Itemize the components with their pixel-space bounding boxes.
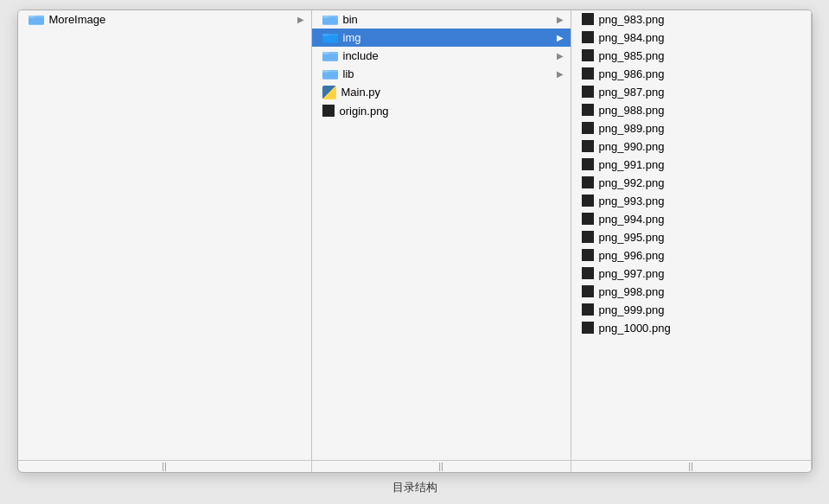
item-label: png_984.png <box>599 31 804 44</box>
file-icon <box>582 249 594 261</box>
list-item[interactable]: img▶ <box>312 29 571 47</box>
item-label: png_1000.png <box>599 322 804 335</box>
item-label: lib <box>343 67 553 80</box>
list-item[interactable]: bin▶ <box>312 10 571 29</box>
folder-icon <box>29 13 44 25</box>
caption: 目录结构 <box>392 480 437 495</box>
file-icon <box>582 322 594 334</box>
list-item[interactable]: png_1000.png <box>571 319 811 337</box>
item-label: png_997.png <box>599 267 804 280</box>
list-item[interactable]: png_993.png <box>571 192 811 210</box>
item-label: png_991.png <box>599 158 804 171</box>
file-icon <box>322 105 335 117</box>
list-item[interactable]: MoreImage▶ <box>18 10 311 29</box>
file-icon <box>582 122 594 134</box>
chevron-right-icon: ▶ <box>557 33 564 42</box>
item-label: png_996.png <box>599 249 804 262</box>
item-label: png_989.png <box>599 122 804 135</box>
list-item[interactable]: png_989.png <box>571 119 811 137</box>
item-label: Main.py <box>341 86 564 99</box>
list-item[interactable]: png_987.png <box>571 83 811 101</box>
column-1: MoreImage▶ <box>18 10 312 460</box>
item-label: png_988.png <box>599 104 804 117</box>
item-label: MoreImage <box>49 13 294 26</box>
finder-window: MoreImage▶ bin▶ img▶ include▶ lib▶Main.p… <box>17 10 813 473</box>
bottom-bar-section-2: || <box>312 461 571 472</box>
column-3: png_983.pngpng_984.pngpng_985.pngpng_986… <box>571 10 812 460</box>
bottom-bar-section-3: || <box>571 461 812 472</box>
item-label: png_983.png <box>599 13 804 26</box>
chevron-right-icon: ▶ <box>557 15 564 24</box>
folder-icon <box>322 49 338 61</box>
item-label: png_995.png <box>599 231 804 244</box>
finder-columns: MoreImage▶ bin▶ img▶ include▶ lib▶Main.p… <box>18 10 812 460</box>
file-icon <box>582 158 594 170</box>
list-item[interactable]: png_991.png <box>571 156 811 174</box>
list-item[interactable]: png_984.png <box>571 29 811 47</box>
item-label: png_987.png <box>599 86 804 99</box>
file-icon <box>582 67 594 80</box>
file-icon <box>582 213 594 225</box>
item-label: img <box>343 31 553 44</box>
chevron-right-icon: ▶ <box>297 15 304 24</box>
item-label: png_998.png <box>599 285 804 298</box>
folder-icon <box>322 67 338 80</box>
item-label: png_985.png <box>599 49 804 62</box>
list-item[interactable]: lib▶ <box>312 65 571 83</box>
chevron-right-icon: ▶ <box>557 69 564 79</box>
item-label: bin <box>343 13 553 26</box>
item-label: png_994.png <box>599 213 804 226</box>
item-label: origin.png <box>340 105 564 118</box>
file-icon <box>582 49 594 61</box>
file-icon <box>582 285 594 297</box>
file-icon <box>582 13 594 25</box>
file-icon <box>582 140 594 152</box>
list-item[interactable]: png_988.png <box>571 101 811 119</box>
list-item[interactable]: origin.png <box>312 102 571 120</box>
item-label: include <box>343 49 553 62</box>
column-2: bin▶ img▶ include▶ lib▶Main.pyorigin.png <box>312 10 571 460</box>
file-icon <box>582 303 594 316</box>
file-icon <box>582 267 594 279</box>
list-item[interactable]: png_999.png <box>571 301 811 319</box>
file-icon <box>582 86 594 98</box>
file-icon <box>582 176 594 188</box>
item-label: png_992.png <box>599 176 804 189</box>
list-item[interactable]: png_998.png <box>571 283 811 301</box>
folder-icon <box>322 13 338 25</box>
folder-icon <box>322 31 338 43</box>
chevron-right-icon: ▶ <box>557 51 564 61</box>
file-icon <box>582 104 594 116</box>
list-item[interactable]: png_994.png <box>571 210 811 228</box>
list-item[interactable]: include▶ <box>312 47 571 65</box>
list-item[interactable]: png_985.png <box>571 47 811 65</box>
file-icon <box>582 195 594 207</box>
list-item[interactable]: png_996.png <box>571 246 811 265</box>
list-item[interactable]: png_986.png <box>571 65 811 83</box>
list-item[interactable]: png_990.png <box>571 137 811 156</box>
bottom-bar-section-1: || <box>18 461 312 472</box>
file-icon <box>582 31 594 43</box>
list-item[interactable]: Main.py <box>312 83 571 102</box>
list-item[interactable]: png_992.png <box>571 174 811 192</box>
list-item[interactable]: png_995.png <box>571 228 811 246</box>
list-item[interactable]: png_983.png <box>571 10 811 29</box>
list-item[interactable]: png_997.png <box>571 265 811 283</box>
item-label: png_990.png <box>599 140 804 153</box>
python-file-icon <box>322 86 336 99</box>
file-icon <box>582 231 594 243</box>
item-label: png_999.png <box>599 303 804 316</box>
item-label: png_993.png <box>599 195 804 207</box>
item-label: png_986.png <box>599 67 804 80</box>
bottom-bar: || || || <box>18 460 812 472</box>
